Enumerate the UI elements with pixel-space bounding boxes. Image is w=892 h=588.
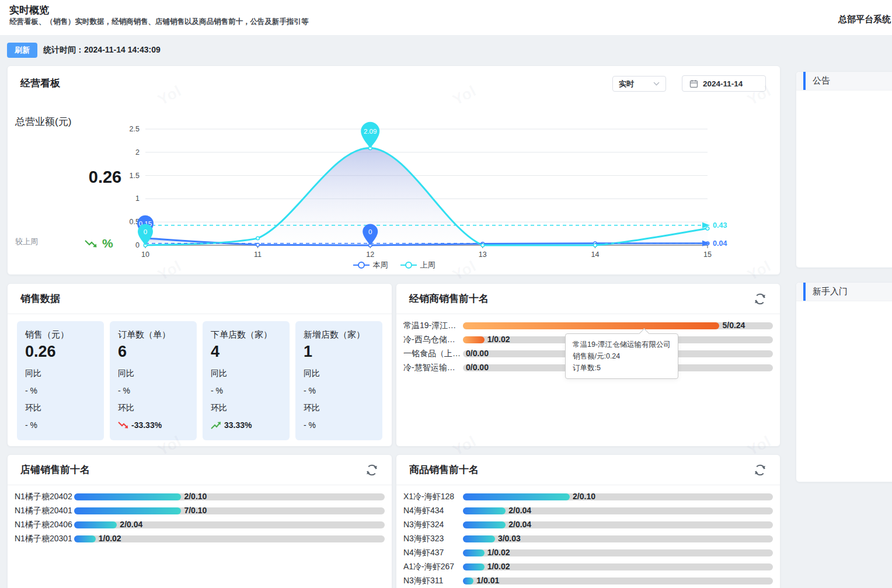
bar-fill [463, 535, 495, 542]
legend-item-本周[interactable]: 本周 [353, 260, 388, 270]
bar-row[interactable]: N1橘子糖204062/0.04 [15, 518, 385, 532]
mom-percent: 33.33% [224, 420, 252, 430]
svg-text:2.5: 2.5 [130, 125, 140, 133]
announcements-panel: 公告 [796, 71, 892, 268]
stat-card-value: 6 [118, 343, 189, 361]
svg-text:11: 11 [254, 250, 262, 259]
bar-row[interactable]: 常温19-潭江…5/0.24 [403, 319, 773, 333]
reload-icon[interactable] [365, 463, 379, 477]
bar-fill [463, 322, 719, 329]
stat-card-value: 0.26 [25, 343, 96, 361]
stat-card-label: 新增店数（家） [304, 329, 374, 340]
tooltip-title: 常温19-潭江仓储运输有限公司 [573, 339, 671, 350]
bar-fill [74, 507, 181, 514]
sales-data-header: 销售数据 [8, 284, 392, 314]
mode-select[interactable]: 实时 [612, 76, 666, 92]
page-title: 实时概览 [9, 4, 49, 17]
yoy-value: - % [118, 386, 189, 395]
bar-row-value: 0/0.00 [466, 363, 489, 372]
bar-row[interactable]: N1橘子糖204017/0.10 [15, 504, 385, 518]
bar-fill [463, 507, 506, 514]
mom-label: 环比 [118, 403, 189, 413]
metric-label: 总营业额(元) [15, 115, 71, 128]
legend-line-icon [353, 261, 370, 269]
svg-text:2.09: 2.09 [364, 128, 377, 135]
mom-value: 33.33% [211, 420, 281, 430]
mom-percent: - % [304, 420, 316, 430]
trend-down-icon [118, 421, 129, 430]
bar-row-label: N3海虾311 [403, 576, 463, 586]
bar-fill [74, 535, 96, 542]
bar-row-value: 1/0.01 [476, 576, 499, 585]
bar-row[interactable]: N1橘子糖204022/0.10 [15, 490, 385, 504]
top-header: 实时概览 经营看板、（销售）实时数据，经销商销售、店铺销售以及商品销售前十，公告… [0, 0, 892, 35]
product-rank-title: 商品销售前十名 [409, 463, 479, 476]
yoy-value: - % [25, 386, 96, 395]
mom-label: 环比 [25, 403, 96, 413]
bar-row-value: 1/0.02 [487, 335, 510, 344]
dealer-rank-title: 经销商销售前十名 [409, 292, 489, 305]
compare-trend: % [84, 236, 113, 250]
svg-text:15: 15 [703, 250, 712, 259]
mode-select-value: 实时 [619, 79, 634, 89]
stat-card: 下单店数（家）4同比- %环比33.33% [203, 321, 290, 440]
bar-fill [463, 577, 473, 584]
svg-text:0.04: 0.04 [713, 239, 727, 248]
stat-card-label: 下单店数（家） [211, 329, 281, 340]
svg-text:1: 1 [135, 194, 140, 203]
product-rank-panel: 商品销售前十名 X1冷-海虾1282/0.10N4海虾4342/0.04N3海虾… [396, 454, 780, 588]
bar-row-value: 3/0.03 [498, 534, 521, 543]
business-board-title: 经营看板 [20, 76, 60, 90]
reload-icon[interactable] [753, 463, 767, 477]
bar-row-label: A1冷-海虾267 [403, 562, 463, 572]
bar-row[interactable]: N3海虾3233/0.03 [403, 532, 773, 546]
metric-value: 0.26 [73, 168, 137, 187]
business-board-panel: 00.511.522.51011121314150.040.430.15002.… [7, 65, 780, 275]
bar-fill [463, 521, 506, 528]
bar-track: 3/0.03 [463, 535, 773, 542]
bar-row-label: N3海虾324 [403, 520, 463, 530]
bar-row[interactable]: N4海虾4371/0.02 [403, 546, 773, 560]
bar-row[interactable]: N4海虾4342/0.04 [403, 504, 773, 518]
mom-value: - % [304, 420, 374, 430]
bar-row-label: N1橘子糖20402 [15, 492, 74, 502]
bar-row[interactable]: X1冷-海虾1282/0.10 [403, 490, 773, 504]
yoy-label: 同比 [211, 368, 281, 379]
reload-icon[interactable] [753, 292, 767, 306]
svg-text:0: 0 [135, 241, 140, 249]
bar-row[interactable]: N1橘子糖203011/0.02 [15, 532, 385, 546]
bar-track: 1/0.02 [74, 535, 385, 542]
dealer-rank-panel: 经销商销售前十名 常温19-潭江…5/0.24冷-西乌仓储…1/0.02一铭食品… [396, 283, 780, 447]
announcements-header: 公告 [796, 72, 892, 91]
mom-value: - % [25, 420, 96, 430]
beginner-guide-panel: 新手入门 [796, 282, 892, 482]
bar-row[interactable]: N3海虾3111/0.01 [403, 574, 773, 588]
bar-track: 1/0.02 [463, 549, 773, 556]
bar-fill [463, 336, 485, 343]
bar-row-label: 冷-西乌仓储… [403, 335, 463, 345]
legend-line-icon [400, 261, 417, 269]
dealer-rank-header: 经销商销售前十名 [396, 284, 780, 314]
svg-text:2: 2 [135, 148, 140, 156]
stat-card: 订单数（单）6同比- %环比-33.33% [110, 321, 197, 440]
refresh-button[interactable]: 刷新 [7, 43, 37, 58]
bar-row-value: 2/0.04 [508, 506, 531, 515]
bar-row[interactable]: A1冷-海虾2671/0.02 [403, 560, 773, 574]
calendar-icon [689, 79, 698, 88]
stat-time: 统计时间：2024-11-14 14:43:09 [43, 45, 161, 55]
announcements-title: 公告 [813, 75, 830, 86]
bar-track: 2/0.04 [463, 507, 773, 514]
bar-track: 1/0.02 [463, 563, 773, 570]
bar-row[interactable]: N3海虾3242/0.04 [403, 518, 773, 532]
bar-row-label: 常温19-潭江… [403, 321, 463, 331]
bar-row-label: N1橘子糖20406 [15, 520, 74, 530]
bar-row-value: 1/0.02 [487, 562, 510, 571]
svg-text:14: 14 [591, 250, 599, 259]
bar-row-value: 0/0.00 [466, 349, 489, 358]
legend-item-上周[interactable]: 上周 [400, 260, 435, 270]
yoy-value: - % [211, 386, 281, 395]
yoy-label: 同比 [118, 368, 189, 379]
date-picker[interactable]: 2024-11-14 [682, 75, 766, 92]
svg-text:0.15: 0.15 [139, 220, 152, 227]
svg-text:0.5: 0.5 [130, 218, 140, 226]
